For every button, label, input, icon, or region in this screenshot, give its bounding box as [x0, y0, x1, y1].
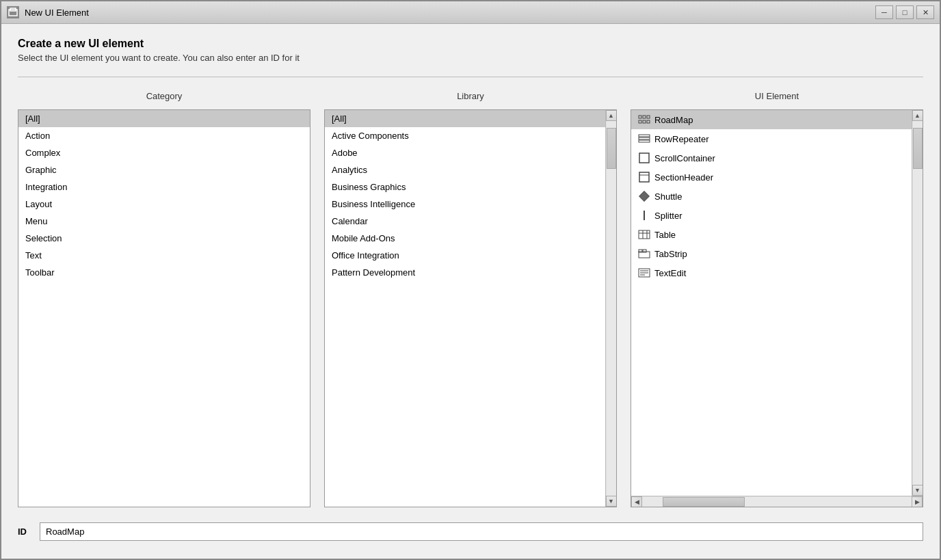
ui-element-item[interactable]: Table [631, 225, 912, 244]
ui-element-scrollbar-h: ◀ ▶ [631, 496, 923, 507]
svg-rect-5 [639, 120, 641, 123]
ui-element-item[interactable]: Splitter [631, 206, 912, 225]
library-item[interactable]: [All] [325, 110, 605, 127]
library-item[interactable]: Business Graphics [325, 178, 605, 196]
library-item[interactable]: Analytics [325, 161, 605, 178]
ui-element-item[interactable]: Shuttle [631, 187, 912, 206]
dialog-title: Create a new UI element [18, 38, 923, 50]
category-item[interactable]: Integration [18, 178, 310, 196]
library-scroll-track [607, 121, 616, 496]
svg-rect-7 [647, 120, 650, 123]
main-window: New UI Element ─ □ ✕ Create a new UI ele… [0, 0, 941, 560]
scrollcontainer-icon [638, 152, 650, 164]
library-scrollbar: ▲ ▼ [605, 110, 616, 507]
category-item[interactable]: Selection [18, 230, 310, 247]
ui-element-item[interactable]: RowRepeater [631, 129, 912, 148]
shuttle-icon [638, 190, 650, 202]
ui-element-item-label: RowRepeater [654, 134, 709, 144]
svg-rect-9 [639, 137, 650, 139]
library-listbox-container: [All]Active ComponentsAdobeAnalyticsBusi… [324, 109, 617, 507]
category-item[interactable]: Menu [18, 213, 310, 230]
library-item[interactable]: Active Components [325, 127, 605, 144]
ui-element-header: UI Element [631, 91, 923, 104]
rowrepeater-icon [638, 133, 650, 145]
library-list-content: [All]Active ComponentsAdobeAnalyticsBusi… [325, 110, 605, 507]
ui-element-scroll-track [913, 121, 923, 485]
id-input[interactable] [40, 522, 923, 541]
library-column: Library [All]Active ComponentsAdobeAnaly… [324, 91, 617, 507]
ui-element-item[interactable]: RoadMap [631, 110, 912, 129]
svg-rect-17 [639, 230, 650, 239]
title-buttons: ─ □ ✕ [875, 5, 934, 19]
close-button[interactable]: ✕ [916, 5, 934, 19]
ui-element-item[interactable]: TabStrip [631, 244, 912, 263]
ui-element-item[interactable]: TextEdit [631, 263, 912, 282]
window-title: New UI Element [25, 8, 89, 18]
svg-rect-12 [639, 172, 649, 182]
ui-element-item-label: SectionHeader [654, 172, 713, 183]
library-header: Library [324, 91, 617, 104]
category-listbox[interactable]: [All]ActionComplexGraphicIntegrationLayo… [18, 109, 310, 507]
ui-element-item-label: Table [654, 230, 676, 240]
ui-element-hscroll-left[interactable]: ◀ [631, 496, 642, 507]
id-row: ID [18, 516, 923, 545]
library-item[interactable]: Calendar [325, 213, 605, 230]
library-item[interactable]: Mobile Add-Ons [325, 230, 605, 247]
roadmap-icon [638, 114, 650, 126]
ui-element-item-label: TabStrip [654, 249, 687, 259]
library-item[interactable]: Pattern Development [325, 264, 605, 281]
separator [18, 77, 923, 77]
category-item[interactable]: Layout [18, 196, 310, 213]
id-label: ID [18, 526, 31, 537]
title-bar: New UI Element ─ □ ✕ [1, 1, 940, 24]
svg-marker-15 [639, 191, 649, 201]
library-item[interactable]: Business Intelligence [325, 196, 605, 213]
ui-element-scroll-up[interactable]: ▲ [912, 110, 923, 121]
textedit-icon [638, 267, 650, 279]
title-bar-left: New UI Element [7, 6, 89, 18]
category-header: Category [18, 91, 310, 104]
svg-rect-6 [643, 120, 646, 123]
minimize-button[interactable]: ─ [875, 5, 893, 19]
svg-rect-4 [647, 116, 650, 118]
library-item[interactable]: Adobe [325, 144, 605, 161]
library-scroll-up[interactable]: ▲ [606, 110, 617, 121]
category-item[interactable]: Action [18, 127, 310, 144]
restore-button[interactable]: □ [896, 5, 914, 19]
ui-element-main-area: RoadMapRowRepeaterScrollContainerSection… [631, 110, 923, 496]
dialog-header: Create a new UI element Select the UI el… [18, 38, 923, 63]
svg-rect-10 [639, 140, 650, 142]
dialog-subtitle: Select the UI element you want to create… [18, 53, 923, 63]
ui-element-scrollbar-v: ▲ ▼ [912, 110, 923, 496]
ui-element-item[interactable]: ScrollContainer [631, 148, 912, 168]
ui-element-scroll-down[interactable]: ▼ [912, 485, 923, 496]
ui-element-item-label: RoadMap [654, 115, 693, 125]
library-scroll-down[interactable]: ▼ [606, 496, 617, 507]
svg-rect-2 [639, 116, 641, 118]
ui-element-scroll-thumb[interactable] [913, 128, 923, 169]
ui-element-item-label: Shuttle [654, 191, 682, 202]
category-item[interactable]: Graphic [18, 161, 310, 178]
category-column: Category [All]ActionComplexGraphicIntegr… [18, 91, 310, 507]
category-item[interactable]: [All] [18, 110, 310, 127]
category-item[interactable]: Toolbar [18, 264, 310, 281]
window-icon [7, 6, 19, 18]
table-icon [638, 228, 650, 241]
category-item[interactable]: Text [18, 247, 310, 264]
ui-element-hscroll-right[interactable]: ▶ [912, 496, 923, 507]
svg-rect-3 [643, 116, 646, 118]
dialog-body: Create a new UI element Select the UI el… [1, 24, 940, 559]
category-item[interactable]: Complex [18, 144, 310, 161]
tabstrip-icon [638, 248, 650, 260]
svg-rect-8 [639, 135, 650, 137]
ui-element-column: UI Element RoadMapRowRepeaterScrollConta… [631, 91, 923, 507]
ui-element-item[interactable]: SectionHeader [631, 168, 912, 187]
ui-element-hscroll-track [642, 497, 912, 507]
ui-element-hscroll-thumb[interactable] [663, 497, 745, 507]
ui-element-listbox-container: RoadMapRowRepeaterScrollContainerSection… [631, 109, 923, 507]
ui-element-item-label: ScrollContainer [654, 153, 715, 163]
splitter-icon [638, 209, 650, 222]
library-item[interactable]: Office Integration [325, 247, 605, 264]
columns-area: Category [All]ActionComplexGraphicIntegr… [18, 91, 923, 507]
library-scroll-thumb[interactable] [607, 128, 616, 169]
